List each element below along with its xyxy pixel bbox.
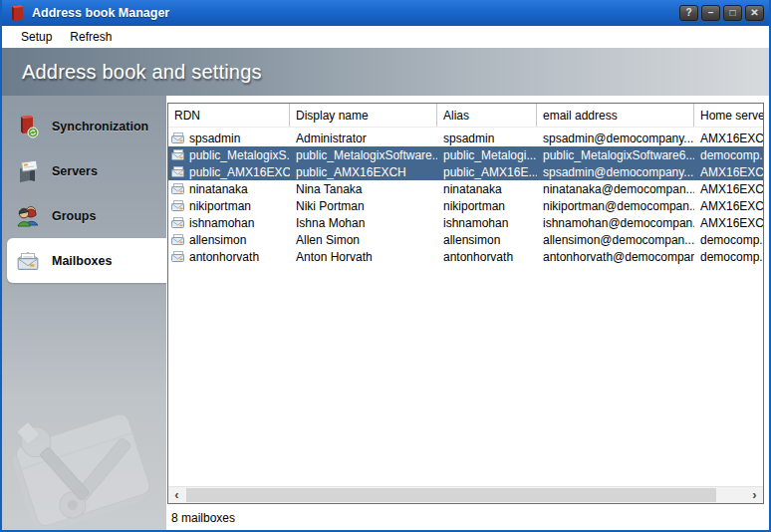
cell-display-name: Anton Horvath xyxy=(290,250,437,264)
app-book-icon xyxy=(9,4,25,22)
column-header-display-name[interactable]: Display name xyxy=(290,104,437,127)
cell-alias: ninatanaka xyxy=(437,182,537,196)
cell-display-name: public_AMX16EXCH xyxy=(290,165,437,179)
close-button[interactable]: ✕ xyxy=(745,5,764,21)
cell-rdn: ninatanaka xyxy=(189,182,248,196)
cell-alias: public_AMX16E... xyxy=(437,165,537,179)
sidebar-item-label: Mailboxes xyxy=(52,254,112,268)
minimize-button[interactable]: – xyxy=(701,5,720,21)
content-area: RDNDisplay nameAliasemail addressHome se… xyxy=(166,96,769,530)
sidebar-item-synchronization[interactable]: Synchronization xyxy=(2,104,166,148)
cell-home-server: AMX16EXCH xyxy=(694,132,763,145)
tools-watermark-graphic xyxy=(2,391,165,530)
envelope-icon xyxy=(171,166,185,177)
app-window: Address book Manager ?–□✕ SetupRefresh A… xyxy=(0,0,771,532)
table-row[interactable]: ishnamohan Ishna Mohan ishnamohan ishnam… xyxy=(168,214,763,231)
sidebar-item-label: Synchronization xyxy=(52,120,148,133)
cell-home-server: AMX16EXCH xyxy=(694,199,763,213)
cell-home-server: democomp... xyxy=(694,233,763,247)
cell-email: spsadmin@democompany.... xyxy=(537,132,694,145)
help-button[interactable]: ? xyxy=(679,5,698,21)
cell-display-name: Niki Portman xyxy=(290,199,437,213)
column-header-rdn[interactable]: RDN xyxy=(168,104,290,127)
column-header-email-address[interactable]: email address xyxy=(537,104,694,127)
cell-rdn: ishnamohan xyxy=(189,216,254,230)
horizontal-scrollbar[interactable]: ‹ › xyxy=(168,486,763,503)
cell-display-name: Nina Tanaka xyxy=(290,182,437,196)
column-header-alias[interactable]: Alias xyxy=(437,104,537,127)
cell-home-server: AMX16EXCH xyxy=(694,216,763,230)
cell-display-name: public_MetalogixSoftware... xyxy=(290,148,437,162)
cell-email: nikiportman@democompan... xyxy=(537,199,694,213)
table-header-row: RDNDisplay nameAliasemail addressHome se… xyxy=(168,104,763,128)
cell-home-server: AMX16EXCH xyxy=(694,165,763,179)
cell-home-server: democomp... xyxy=(694,250,763,264)
cell-email: ninatanaka@democompan... xyxy=(537,182,694,196)
cell-email: antonhorvath@democompan... xyxy=(537,250,694,264)
scroll-left-arrow[interactable]: ‹ xyxy=(168,487,185,503)
table-row[interactable]: spsadmin Administrator spsadmin spsadmin… xyxy=(168,130,763,146)
page-header: Address book and settings xyxy=(2,48,769,96)
sidebar-items: Synchronization Servers Groups Mailboxes xyxy=(2,104,166,283)
sidebar-item-label: Groups xyxy=(52,209,96,223)
status-text: 8 mailboxes xyxy=(171,511,235,525)
scroll-right-arrow[interactable]: › xyxy=(746,487,763,503)
cell-display-name: Administrator xyxy=(290,132,437,145)
sidebar-item-servers[interactable]: Servers xyxy=(2,148,166,193)
menu-item-setup[interactable]: Setup xyxy=(12,27,61,47)
envelope-icon xyxy=(171,149,185,160)
cell-alias: spsadmin xyxy=(437,132,537,145)
cell-email: allensimon@democompan... xyxy=(537,233,694,247)
envelope-icon xyxy=(171,217,185,228)
cell-rdn: spsadmin xyxy=(189,132,240,145)
cell-alias: allensimon xyxy=(437,233,537,247)
cell-display-name: Allen Simon xyxy=(290,233,437,247)
envelope-icon xyxy=(171,133,185,143)
cell-alias: antonhorvath xyxy=(437,250,537,264)
cell-email: public_MetalogixSoftware6... xyxy=(537,148,694,162)
table-row[interactable]: nikiportman Niki Portman nikiportman nik… xyxy=(168,197,763,214)
maximize-button[interactable]: □ xyxy=(723,5,742,21)
sync-book-icon xyxy=(14,113,42,140)
column-header-home-server[interactable]: Home server xyxy=(694,104,763,127)
menubar: SetupRefresh xyxy=(2,26,769,48)
window-title: Address book Manager xyxy=(32,6,679,20)
scrollbar-thumb[interactable] xyxy=(186,488,716,502)
table-row[interactable]: ninatanaka Nina Tanaka ninatanaka ninata… xyxy=(168,180,763,197)
table-row[interactable]: public_AMX16EXCH public_AMX16EXCH public… xyxy=(168,163,763,180)
cell-rdn: allensimon xyxy=(189,233,246,247)
envelope-icon xyxy=(171,234,185,245)
cell-home-server: AMX16EXCH xyxy=(694,182,763,196)
cell-home-server: democomp... xyxy=(694,148,763,162)
menu-item-refresh[interactable]: Refresh xyxy=(61,27,121,47)
sidebar-item-groups[interactable]: Groups xyxy=(2,193,166,238)
envelope-icon xyxy=(171,200,185,211)
sidebar-item-label: Servers xyxy=(52,164,98,178)
cell-alias: nikiportman xyxy=(437,199,537,213)
page-title: Address book and settings xyxy=(22,61,262,84)
cell-display-name: Ishna Mohan xyxy=(290,216,437,230)
table-row[interactable]: allensimon Allen Simon allensimon allens… xyxy=(168,231,763,248)
server-icon xyxy=(14,157,42,185)
envelope-icon xyxy=(171,251,185,262)
table-row[interactable]: antonhorvath Anton Horvath antonhorvath … xyxy=(168,248,763,265)
mailboxes-icon xyxy=(14,247,42,275)
envelope-icon xyxy=(171,183,185,194)
groups-icon xyxy=(14,202,42,230)
cell-alias: ishnamohan xyxy=(437,216,537,230)
sidebar-item-mailboxes[interactable]: Mailboxes xyxy=(7,238,166,283)
cell-alias: public_Metalogi... xyxy=(437,148,537,162)
cell-email: spsadmin@democompany.... xyxy=(537,165,694,179)
cell-rdn: public_MetalogixS... xyxy=(189,148,290,162)
table-row[interactable]: public_MetalogixS... public_MetalogixSof… xyxy=(168,146,763,163)
window-controls: ?–□✕ xyxy=(679,5,764,21)
table-body: spsadmin Administrator spsadmin spsadmin… xyxy=(168,128,763,486)
mailbox-table: RDNDisplay nameAliasemail addressHome se… xyxy=(167,103,764,504)
titlebar: Address book Manager ?–□✕ xyxy=(2,0,769,26)
cell-rdn: public_AMX16EXCH xyxy=(189,165,290,179)
sidebar: Synchronization Servers Groups Mailboxes xyxy=(2,96,166,530)
cell-rdn: antonhorvath xyxy=(189,250,259,264)
cell-rdn: nikiportman xyxy=(189,199,251,213)
cell-email: ishnamohan@democompan... xyxy=(537,216,694,230)
